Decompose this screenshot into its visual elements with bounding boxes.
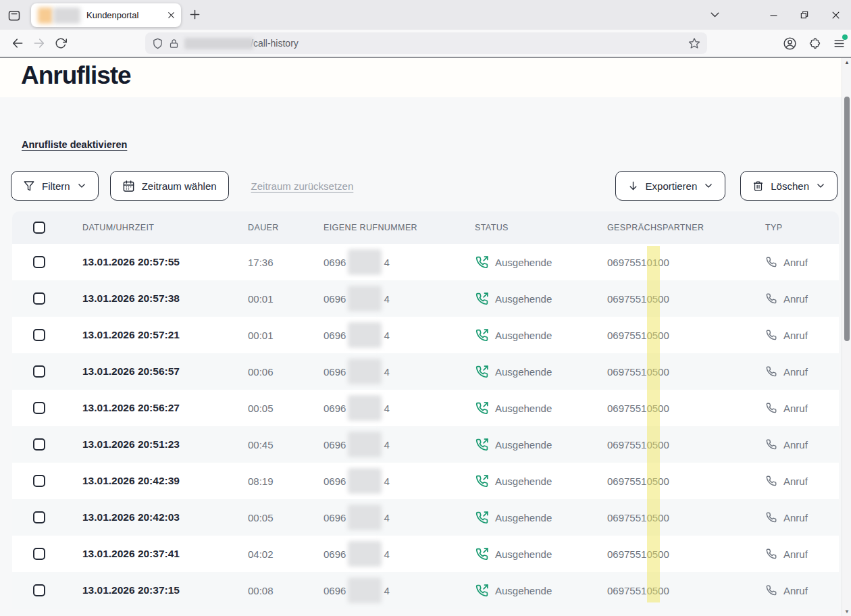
url-bar[interactable]: /call-history xyxy=(145,32,707,54)
cell-type: Anruf xyxy=(765,511,839,523)
shield-icon[interactable] xyxy=(152,38,163,49)
page-scrollbar[interactable]: ▲ ▼ xyxy=(842,58,851,616)
cell-type: Anruf xyxy=(765,256,839,268)
cell-datetime: 13.01.2026 20:37:41 xyxy=(82,548,248,560)
phone-icon xyxy=(765,329,783,341)
cell-status: Ausgehende xyxy=(475,584,607,598)
page-call-history: Anrufliste Anrufliste deaktivieren Filte… xyxy=(0,58,842,616)
cell-datetime: 13.01.2026 20:51:23 xyxy=(82,438,248,451)
tab-title: Kundenportal xyxy=(86,10,167,20)
cell-own-number: 0696 4 xyxy=(324,432,475,457)
cell-own-number: 0696 4 xyxy=(324,505,475,530)
export-button[interactable]: Exportieren xyxy=(615,171,726,201)
chevron-down-icon xyxy=(704,181,713,190)
extensions-puzzle-icon[interactable] xyxy=(808,37,821,50)
scrollbar-thumb[interactable] xyxy=(844,97,850,341)
cell-own-number: 0696 4 xyxy=(324,541,475,567)
redacted-number-segment xyxy=(348,468,382,494)
call-table: DATUM/UHRZEIT DAUER EIGENE RUFNUMMER STA… xyxy=(12,211,839,609)
restore-window-icon[interactable] xyxy=(789,0,820,30)
cell-status: Ausgehende xyxy=(475,328,607,342)
cell-partner: 06975510500 xyxy=(607,293,765,305)
close-window-icon[interactable] xyxy=(820,0,851,30)
sidebar-toggle-icon[interactable] xyxy=(5,7,23,24)
download-arrow-icon xyxy=(627,180,639,192)
redacted-number-segment xyxy=(348,322,382,348)
cell-duration: 04:02 xyxy=(248,548,324,560)
chevron-down-icon xyxy=(77,181,86,190)
scroll-down-arrow-icon[interactable]: ▼ xyxy=(842,609,851,615)
cell-partner: 06975510500 xyxy=(607,366,765,378)
table-row: 13.01.2026 20:42:39 08:19 0696 4 Ausgehe… xyxy=(12,463,839,499)
cell-datetime: 13.01.2026 20:56:27 xyxy=(82,402,248,414)
phone-icon xyxy=(765,365,783,378)
filter-button[interactable]: Filtern xyxy=(11,171,99,201)
forward-icon[interactable] xyxy=(28,32,50,54)
row-checkbox[interactable] xyxy=(33,584,45,596)
new-tab-icon[interactable] xyxy=(188,7,202,24)
cell-type: Anruf xyxy=(765,365,839,378)
outgoing-call-icon xyxy=(475,401,495,415)
col-header-own-number: EIGENE RUFNUMMER xyxy=(324,223,475,232)
table-row: 13.01.2026 20:57:38 00:01 0696 4 Ausgehe… xyxy=(12,280,839,317)
phone-icon xyxy=(765,292,783,305)
phone-icon xyxy=(765,548,783,560)
cell-status: Ausgehende xyxy=(475,292,607,306)
delete-button[interactable]: Löschen xyxy=(740,171,837,201)
row-checkbox[interactable] xyxy=(33,548,45,560)
cell-partner: 06975510100 xyxy=(607,257,765,268)
cell-duration: 00:05 xyxy=(248,403,324,414)
menu-notification-dot xyxy=(842,34,848,40)
row-checkbox[interactable] xyxy=(33,438,45,451)
row-checkbox[interactable] xyxy=(33,511,45,523)
reload-icon[interactable] xyxy=(50,32,72,54)
table-row: 13.01.2026 20:56:57 00:06 0696 4 Ausgehe… xyxy=(12,353,839,390)
cell-partner: 06975510500 xyxy=(607,476,765,487)
account-icon[interactable] xyxy=(783,36,797,51)
title-strip: Anrufliste xyxy=(0,58,842,97)
bookmark-star-icon[interactable] xyxy=(688,37,700,49)
row-checkbox[interactable] xyxy=(33,329,45,341)
reset-range-link[interactable]: Zeitraum zurücksetzen xyxy=(251,180,354,192)
browser-navbar: /call-history xyxy=(0,30,851,58)
menu-hamburger-icon[interactable] xyxy=(833,37,846,50)
tab-close-icon[interactable] xyxy=(167,11,176,20)
cell-status: Ausgehende xyxy=(475,438,607,452)
list-all-tabs-icon[interactable] xyxy=(708,7,722,24)
col-header-type: TYP xyxy=(765,223,839,232)
cell-datetime: 13.01.2026 20:57:55 xyxy=(82,256,248,268)
cell-datetime: 13.01.2026 20:56:57 xyxy=(82,365,248,378)
deactivate-call-list-link[interactable]: Anrufliste deaktivieren xyxy=(22,139,127,150)
redacted-number-segment xyxy=(348,249,382,275)
cell-partner: 06975510500 xyxy=(607,439,765,451)
cell-own-number: 0696 4 xyxy=(324,468,475,494)
outgoing-call-icon xyxy=(475,474,495,488)
cell-type: Anruf xyxy=(765,402,839,414)
outgoing-call-icon xyxy=(475,255,495,270)
row-checkbox[interactable] xyxy=(33,292,45,305)
row-checkbox[interactable] xyxy=(33,256,45,268)
cell-own-number: 0696 4 xyxy=(324,359,475,384)
minimize-icon[interactable] xyxy=(758,0,789,30)
back-icon[interactable] xyxy=(7,32,28,54)
cell-own-number: 0696 4 xyxy=(324,578,475,603)
scroll-up-arrow-icon[interactable]: ▲ xyxy=(842,59,851,66)
cell-type: Anruf xyxy=(765,292,839,305)
calendar-icon xyxy=(122,180,135,192)
outgoing-call-icon xyxy=(475,547,495,561)
outgoing-call-icon xyxy=(475,438,495,452)
select-all-checkbox[interactable] xyxy=(33,222,45,234)
choose-range-button[interactable]: Zeitraum wählen xyxy=(110,171,229,201)
row-checkbox[interactable] xyxy=(33,475,45,487)
outgoing-call-icon xyxy=(475,511,495,525)
lock-icon[interactable] xyxy=(169,38,179,49)
cell-duration: 00:01 xyxy=(248,293,324,305)
outgoing-call-icon xyxy=(475,365,495,379)
browser-tab[interactable]: Kundenportal xyxy=(31,3,181,27)
col-header-status: STATUS xyxy=(475,223,607,232)
cell-partner: 06975510500 xyxy=(607,548,765,560)
cell-type: Anruf xyxy=(765,548,839,560)
row-checkbox[interactable] xyxy=(33,402,45,414)
cell-type: Anruf xyxy=(765,584,839,596)
row-checkbox[interactable] xyxy=(33,365,45,378)
